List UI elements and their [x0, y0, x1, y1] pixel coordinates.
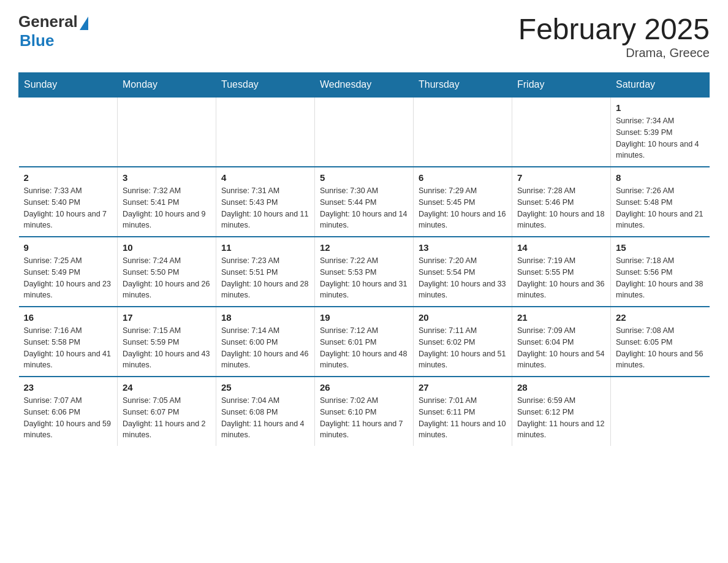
day-info: Sunrise: 7:23 AMSunset: 5:51 PMDaylight:… — [221, 255, 309, 301]
calendar-cell: 19Sunrise: 7:12 AMSunset: 6:01 PMDayligh… — [315, 307, 414, 377]
weekday-header-saturday: Saturday — [611, 73, 710, 98]
calendar-cell: 12Sunrise: 7:22 AMSunset: 5:53 PMDayligh… — [315, 237, 414, 307]
day-number: 4 — [221, 172, 309, 183]
calendar-cell: 2Sunrise: 7:33 AMSunset: 5:40 PMDaylight… — [19, 167, 118, 237]
day-number: 3 — [123, 172, 211, 183]
logo-general-text: General — [18, 12, 78, 31]
day-info: Sunrise: 7:18 AMSunset: 5:56 PMDaylight:… — [616, 255, 705, 301]
day-number: 14 — [517, 242, 605, 253]
calendar-week-row: 9Sunrise: 7:25 AMSunset: 5:49 PMDaylight… — [19, 237, 710, 307]
weekday-header-monday: Monday — [118, 73, 216, 98]
weekday-header-thursday: Thursday — [414, 73, 512, 98]
day-number: 20 — [419, 312, 507, 323]
calendar-cell: 5Sunrise: 7:30 AMSunset: 5:44 PMDaylight… — [315, 167, 414, 237]
calendar-table: SundayMondayTuesdayWednesdayThursdayFrid… — [18, 72, 710, 446]
day-info: Sunrise: 7:32 AMSunset: 5:41 PMDaylight:… — [123, 185, 211, 231]
day-info: Sunrise: 7:20 AMSunset: 5:54 PMDaylight:… — [419, 255, 507, 301]
day-info: Sunrise: 7:30 AMSunset: 5:44 PMDaylight:… — [320, 185, 408, 231]
day-info: Sunrise: 7:16 AMSunset: 5:58 PMDaylight:… — [24, 325, 113, 371]
calendar-cell: 6Sunrise: 7:29 AMSunset: 5:45 PMDaylight… — [414, 167, 512, 237]
day-number: 23 — [24, 382, 113, 393]
day-number: 5 — [320, 172, 408, 183]
day-info: Sunrise: 7:02 AMSunset: 6:10 PMDaylight:… — [320, 395, 408, 441]
day-number: 22 — [616, 312, 705, 323]
calendar-cell: 26Sunrise: 7:02 AMSunset: 6:10 PMDayligh… — [315, 377, 414, 446]
weekday-header-sunday: Sunday — [19, 73, 118, 98]
calendar-cell: 10Sunrise: 7:24 AMSunset: 5:50 PMDayligh… — [118, 237, 216, 307]
day-info: Sunrise: 7:14 AMSunset: 6:00 PMDaylight:… — [221, 325, 309, 371]
calendar-week-row: 23Sunrise: 7:07 AMSunset: 6:06 PMDayligh… — [19, 377, 710, 446]
day-number: 18 — [221, 312, 309, 323]
calendar-cell: 3Sunrise: 7:32 AMSunset: 5:41 PMDaylight… — [118, 167, 216, 237]
weekday-header-tuesday: Tuesday — [216, 73, 315, 98]
day-number: 7 — [517, 172, 605, 183]
calendar-cell: 15Sunrise: 7:18 AMSunset: 5:56 PMDayligh… — [611, 237, 710, 307]
calendar-cell: 24Sunrise: 7:05 AMSunset: 6:07 PMDayligh… — [118, 377, 216, 446]
day-info: Sunrise: 7:04 AMSunset: 6:08 PMDaylight:… — [221, 395, 309, 441]
day-info: Sunrise: 7:31 AMSunset: 5:43 PMDaylight:… — [221, 185, 309, 231]
calendar-cell: 11Sunrise: 7:23 AMSunset: 5:51 PMDayligh… — [216, 237, 315, 307]
day-info: Sunrise: 7:34 AMSunset: 5:39 PMDaylight:… — [616, 115, 705, 161]
day-number: 13 — [419, 242, 507, 253]
weekday-header-row: SundayMondayTuesdayWednesdayThursdayFrid… — [19, 73, 710, 98]
day-info: Sunrise: 7:07 AMSunset: 6:06 PMDaylight:… — [24, 395, 113, 441]
day-number: 26 — [320, 382, 408, 393]
day-info: Sunrise: 7:15 AMSunset: 5:59 PMDaylight:… — [123, 325, 211, 371]
day-number: 2 — [24, 172, 113, 183]
day-number: 17 — [123, 312, 211, 323]
day-info: Sunrise: 7:12 AMSunset: 6:01 PMDaylight:… — [320, 325, 408, 371]
day-number: 16 — [24, 312, 113, 323]
calendar-cell: 23Sunrise: 7:07 AMSunset: 6:06 PMDayligh… — [19, 377, 118, 446]
calendar-cell: 17Sunrise: 7:15 AMSunset: 5:59 PMDayligh… — [118, 307, 216, 377]
day-number: 8 — [616, 172, 705, 183]
day-number: 1 — [616, 102, 705, 113]
calendar-cell — [512, 97, 611, 167]
calendar-week-row: 1Sunrise: 7:34 AMSunset: 5:39 PMDaylight… — [19, 97, 710, 167]
calendar-cell: 7Sunrise: 7:28 AMSunset: 5:46 PMDaylight… — [512, 167, 611, 237]
logo: General Blue — [18, 12, 88, 50]
calendar-cell: 1Sunrise: 7:34 AMSunset: 5:39 PMDaylight… — [611, 97, 710, 167]
weekday-header-friday: Friday — [512, 73, 611, 98]
calendar-cell — [216, 97, 315, 167]
calendar-cell: 8Sunrise: 7:26 AMSunset: 5:48 PMDaylight… — [611, 167, 710, 237]
calendar-cell — [611, 377, 710, 446]
day-info: Sunrise: 7:33 AMSunset: 5:40 PMDaylight:… — [24, 185, 113, 231]
day-info: Sunrise: 7:05 AMSunset: 6:07 PMDaylight:… — [123, 395, 211, 441]
day-info: Sunrise: 7:08 AMSunset: 6:05 PMDaylight:… — [616, 325, 705, 371]
day-number: 9 — [24, 242, 113, 253]
calendar-cell — [19, 97, 118, 167]
day-number: 12 — [320, 242, 408, 253]
calendar-cell: 28Sunrise: 6:59 AMSunset: 6:12 PMDayligh… — [512, 377, 611, 446]
calendar-cell: 21Sunrise: 7:09 AMSunset: 6:04 PMDayligh… — [512, 307, 611, 377]
location-subtitle: Drama, Greece — [518, 46, 710, 60]
day-info: Sunrise: 7:25 AMSunset: 5:49 PMDaylight:… — [24, 255, 113, 301]
calendar-cell: 13Sunrise: 7:20 AMSunset: 5:54 PMDayligh… — [414, 237, 512, 307]
page-header: General Blue February 2025 Drama, Greece — [18, 12, 710, 60]
day-number: 11 — [221, 242, 309, 253]
month-year-title: February 2025 — [518, 12, 710, 46]
day-info: Sunrise: 7:11 AMSunset: 6:02 PMDaylight:… — [419, 325, 507, 371]
day-info: Sunrise: 7:24 AMSunset: 5:50 PMDaylight:… — [123, 255, 211, 301]
day-number: 10 — [123, 242, 211, 253]
weekday-header-wednesday: Wednesday — [315, 73, 414, 98]
day-info: Sunrise: 7:29 AMSunset: 5:45 PMDaylight:… — [419, 185, 507, 231]
day-info: Sunrise: 7:22 AMSunset: 5:53 PMDaylight:… — [320, 255, 408, 301]
calendar-cell: 27Sunrise: 7:01 AMSunset: 6:11 PMDayligh… — [414, 377, 512, 446]
day-number: 27 — [419, 382, 507, 393]
day-info: Sunrise: 6:59 AMSunset: 6:12 PMDaylight:… — [517, 395, 605, 441]
day-number: 28 — [517, 382, 605, 393]
calendar-cell: 4Sunrise: 7:31 AMSunset: 5:43 PMDaylight… — [216, 167, 315, 237]
day-number: 15 — [616, 242, 705, 253]
calendar-cell: 22Sunrise: 7:08 AMSunset: 6:05 PMDayligh… — [611, 307, 710, 377]
calendar-cell — [315, 97, 414, 167]
day-info: Sunrise: 7:19 AMSunset: 5:55 PMDaylight:… — [517, 255, 605, 301]
calendar-week-row: 16Sunrise: 7:16 AMSunset: 5:58 PMDayligh… — [19, 307, 710, 377]
calendar-cell: 20Sunrise: 7:11 AMSunset: 6:02 PMDayligh… — [414, 307, 512, 377]
calendar-cell: 16Sunrise: 7:16 AMSunset: 5:58 PMDayligh… — [19, 307, 118, 377]
calendar-cell: 25Sunrise: 7:04 AMSunset: 6:08 PMDayligh… — [216, 377, 315, 446]
day-number: 19 — [320, 312, 408, 323]
calendar-cell: 9Sunrise: 7:25 AMSunset: 5:49 PMDaylight… — [19, 237, 118, 307]
title-section: February 2025 Drama, Greece — [518, 12, 710, 60]
calendar-cell — [414, 97, 512, 167]
day-number: 21 — [517, 312, 605, 323]
